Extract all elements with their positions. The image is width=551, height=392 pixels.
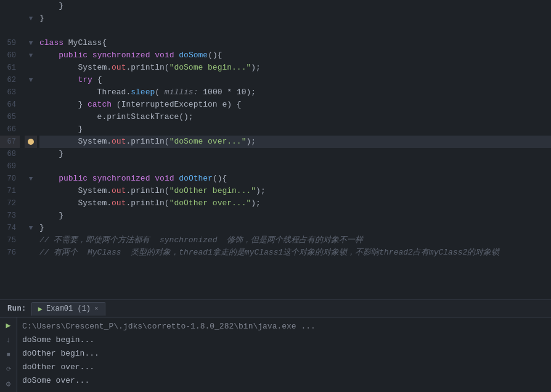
run-output-line: doSome over... — [22, 374, 546, 388]
code-line: class MyClass{ — [39, 37, 551, 49]
run-tab[interactable]: ▶ Exam01 (1) × — [31, 302, 105, 316]
code-line: Thread.sleep( millis: 1000 * 10); — [39, 86, 551, 99]
code-area[interactable]: } } class MyClass{ public synchronized v… — [37, 0, 551, 300]
run-output: C:\Users\Crescent_P\.jdks\corretto-1.8.0… — [17, 317, 551, 392]
code-line: } — [39, 123, 551, 136]
run-panel: Run: ▶ Exam01 (1) × ▶ ↓ ■ ⟳ ⚙ C:\Users\C… — [0, 300, 551, 392]
code-line — [39, 160, 551, 173]
line-numbers: 59 60 61 62 63 64 65 66 67 68 69 70 71 7… — [0, 0, 25, 300]
code-line: System.out.println("doSome over..."); — [39, 136, 551, 148]
code-line: try { — [39, 74, 551, 86]
code-line: e.printStackTrace(); — [39, 111, 551, 123]
run-output-line: doOther begin... — [22, 347, 546, 361]
code-line: // 有两个 MyClass 类型的对象，thread1拿走的是myClass1… — [39, 247, 551, 259]
code-line: } — [39, 0, 551, 12]
run-rerun-button[interactable]: ⟳ — [2, 364, 15, 375]
run-output-line: doOther over... — [22, 361, 546, 374]
code-line: System.out.println("doOther begin..."); — [39, 185, 551, 197]
run-settings-button[interactable]: ⚙ — [2, 378, 15, 390]
run-tab-name: Exam01 (1) — [46, 304, 91, 313]
code-line: } — [39, 12, 551, 25]
code-line: System.out.println("doOther over..."); — [39, 197, 551, 210]
run-tab-icon: ▶ — [38, 304, 43, 314]
code-line: // 不需要，即使两个方法都有 synchronized 修饰，但是两个线程占有… — [39, 234, 551, 247]
run-play-button[interactable]: ▶ — [2, 320, 15, 331]
run-down-button[interactable]: ↓ — [2, 335, 15, 346]
run-stop-button[interactable]: ■ — [2, 349, 15, 361]
run-tab-close[interactable]: × — [94, 305, 99, 312]
run-sidebar: ▶ ↓ ■ ⟳ ⚙ — [0, 317, 17, 392]
run-content: ▶ ↓ ■ ⟳ ⚙ C:\Users\Crescent_P\.jdks\corr… — [0, 317, 551, 392]
code-line: public synchronized void doSome(){ — [39, 49, 551, 62]
code-line: } catch (InterruptedException e) { — [39, 99, 551, 111]
code-line — [39, 25, 551, 37]
run-tab-bar: Run: ▶ Exam01 (1) × — [0, 300, 551, 317]
code-line: } — [39, 148, 551, 160]
breakpoint-icon[interactable] — [28, 139, 34, 145]
code-line: } — [39, 210, 551, 222]
code-line: System.out.println("doSome begin..."); — [39, 62, 551, 74]
code-line: public synchronized void doOther(){ — [39, 173, 551, 185]
gutter: ▼ ▼ ▼ ▼ ▼ ▼ — [25, 0, 37, 300]
run-output-line: doSome begin... — [22, 333, 546, 347]
run-output-cmd: C:\Users\Crescent_P\.jdks\corretto-1.8.0… — [22, 320, 546, 333]
editor-area: 59 60 61 62 63 64 65 66 67 68 69 70 71 7… — [0, 0, 551, 300]
run-label: Run: — [2, 304, 31, 313]
code-line: } — [39, 222, 551, 234]
